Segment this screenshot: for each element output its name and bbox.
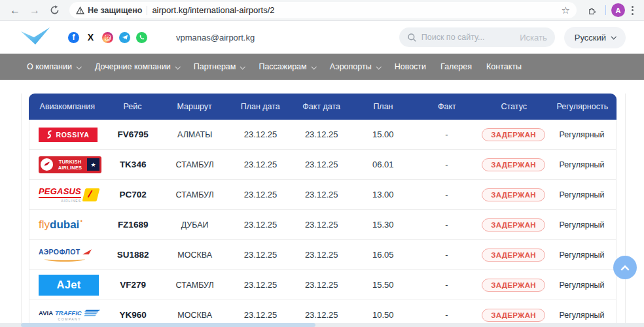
language-selector[interactable]: Русский xyxy=(564,27,626,48)
plan-date: 23.12.25 xyxy=(230,250,291,260)
nav-item-label: Дочерние компании xyxy=(95,62,171,71)
column-header: Маршрут xyxy=(159,102,230,111)
browser-menu-icon[interactable] xyxy=(628,2,637,19)
airline-logo: AVIATRAFFICCOMPANY xyxy=(29,309,106,321)
nav-item[interactable]: Пассажирам xyxy=(251,54,322,80)
nav-item[interactable]: Новости xyxy=(387,54,433,80)
address-bar[interactable]: Не защищено airport.kg/international-air… xyxy=(69,2,577,18)
content-frame-left xyxy=(21,94,22,327)
column-header: Авиакомпания xyxy=(29,102,106,111)
plan-time: 13.00 xyxy=(352,190,414,199)
flight-row: flydubai· FZ1689 ДУБАИ 23.12.25 23.12.25… xyxy=(29,210,616,240)
nav-item[interactable]: Дочерние компании xyxy=(88,54,187,80)
search-icon xyxy=(407,33,417,43)
nav-item-label: Контакты xyxy=(486,62,522,71)
x-twitter-icon[interactable]: X xyxy=(85,32,96,43)
facebook-icon[interactable]: f xyxy=(68,32,79,43)
extensions-icon[interactable] xyxy=(583,2,600,19)
plan-date: 23.12.25 xyxy=(230,310,291,320)
chevron-down-icon xyxy=(76,64,81,69)
plan-date: 23.12.25 xyxy=(230,129,291,139)
fact-date: 23.12.25 xyxy=(291,160,352,169)
status-badge: ЗАДЕРЖАН xyxy=(482,128,545,141)
chip-separator xyxy=(147,6,147,15)
reload-icon[interactable] xyxy=(46,2,63,19)
column-header: План xyxy=(352,102,414,111)
fact-date: 23.12.25 xyxy=(291,129,352,139)
fact-date: 23.12.25 xyxy=(291,190,352,199)
scrollbar-thumb[interactable] xyxy=(21,323,315,327)
page-content: Авиакомпания Рейс Маршрут План дата Факт… xyxy=(0,94,644,327)
nav-item-label: Аэропорты xyxy=(330,62,372,71)
regularity: Регулярный xyxy=(548,311,616,320)
status-badge: ЗАДЕРЖАН xyxy=(482,218,545,232)
back-icon[interactable]: ← xyxy=(7,2,24,19)
flight-row: АЭРОФЛОТ SU1882 МОСКВА 23.12.25 23.12.25… xyxy=(29,240,616,270)
fact-time: - xyxy=(414,129,479,139)
nav-item-label: О компании xyxy=(27,62,72,71)
search-button[interactable]: Искать xyxy=(520,33,547,43)
plan-date: 23.12.25 xyxy=(230,280,291,290)
airport-logo[interactable] xyxy=(18,26,52,48)
security-warning-label: Не защищено xyxy=(88,6,142,15)
column-header: Факт дата xyxy=(291,102,351,111)
airline-logo: АЭРОФЛОТ xyxy=(29,248,106,262)
flight-number: FZ1689 xyxy=(106,220,160,230)
status-cell: ЗАДЕРЖАН xyxy=(479,188,548,201)
fact-date: 23.12.25 xyxy=(291,250,352,260)
column-header: План дата xyxy=(230,102,291,111)
nav-item[interactable]: Контакты xyxy=(479,54,529,80)
regularity: Регулярный xyxy=(548,250,616,260)
fact-date: 23.12.25 xyxy=(291,220,352,230)
url-text[interactable]: airport.kg/international-airports/2 xyxy=(152,5,556,15)
chevron-up-icon xyxy=(620,264,630,273)
nav-item[interactable]: Галерея xyxy=(433,54,479,80)
nav-item[interactable]: Партнерам xyxy=(187,54,252,80)
nav-item[interactable]: О компании xyxy=(20,54,88,80)
security-warning[interactable]: Не защищено xyxy=(76,6,142,15)
status-cell: ЗАДЕРЖАН xyxy=(479,218,548,232)
status-badge: ЗАДЕРЖАН xyxy=(482,249,545,262)
route: СТАМБУЛ xyxy=(160,160,230,169)
airline-logo: flydubai· xyxy=(29,218,106,232)
airline-logo: TURKISHAIRLINES★ xyxy=(29,156,106,173)
bookmark-star-icon[interactable]: ☆ xyxy=(562,5,570,16)
airline-logo: AJet xyxy=(29,275,106,296)
flight-row: AJet VF279 СТАМБУЛ 23.12.25 23.12.25 15.… xyxy=(29,270,616,300)
nav-item[interactable]: Аэропорты xyxy=(323,54,387,80)
fact-time: - xyxy=(414,160,479,169)
contact-email[interactable]: vpmanas@airport.kg xyxy=(176,33,255,43)
whatsapp-icon[interactable] xyxy=(136,32,147,43)
toolbar-separator xyxy=(605,5,606,15)
horizontal-scrollbar[interactable] xyxy=(0,323,644,327)
column-header: Статус xyxy=(480,102,548,111)
search-input[interactable] xyxy=(421,33,516,42)
chevron-down-icon xyxy=(611,34,616,39)
route: ДУБАИ xyxy=(160,220,230,230)
content-frame-right xyxy=(625,94,626,327)
forward-icon[interactable]: → xyxy=(26,2,43,19)
browser-toolbar: ← → Не защищено airport.kg/international… xyxy=(0,0,644,21)
profile-avatar[interactable]: A xyxy=(611,3,625,17)
plan-date: 23.12.25 xyxy=(230,220,291,230)
flight-number: TK346 xyxy=(106,160,160,169)
nav-item-label: Галерея xyxy=(440,62,472,71)
regularity: Регулярный xyxy=(548,190,616,199)
instagram-icon[interactable] xyxy=(102,32,113,43)
route: СТАМБУЛ xyxy=(160,190,230,199)
fact-time: - xyxy=(414,280,479,290)
nav-item-label: Новости xyxy=(395,62,426,71)
flight-number: SU1882 xyxy=(106,250,160,260)
plan-time: 10.50 xyxy=(352,310,414,320)
chevron-down-icon xyxy=(240,64,245,69)
site-search: Искать xyxy=(399,27,555,47)
chevron-down-icon xyxy=(175,64,180,69)
scroll-to-top-button[interactable] xyxy=(613,256,637,279)
flights-table: Авиакомпания Рейс Маршрут План дата Факт… xyxy=(29,94,617,327)
status-badge: ЗАДЕРЖАН xyxy=(482,309,545,322)
plan-date: 23.12.25 xyxy=(230,160,291,169)
flight-number: FV6795 xyxy=(106,129,160,139)
flight-row: PEGASUSAIRLINES PC702 СТАМБУЛ 23.12.25 2… xyxy=(29,180,616,210)
route: МОСКВА xyxy=(160,311,230,320)
telegram-icon[interactable] xyxy=(119,32,130,43)
